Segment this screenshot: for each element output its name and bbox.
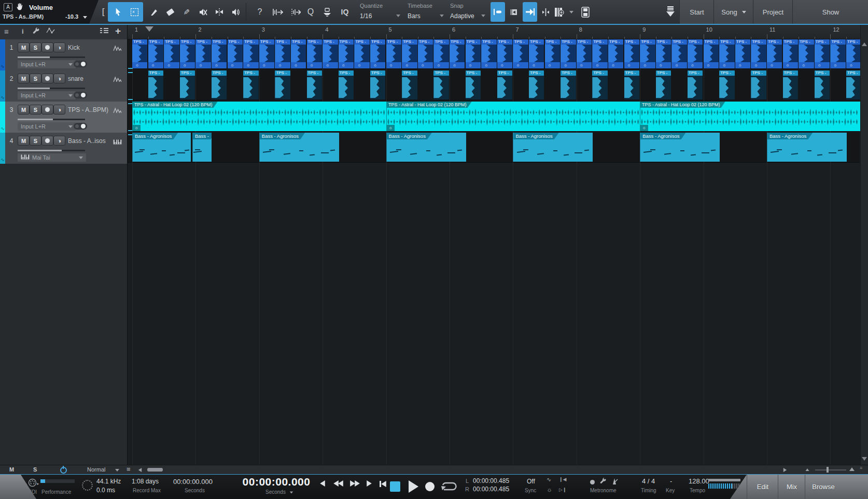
kick-clip[interactable]: TPS -☼ — [466, 39, 481, 68]
stop-button[interactable] — [390, 481, 400, 492]
clip-gear-icon[interactable]: ☼ — [500, 62, 504, 68]
clip-gear-icon[interactable]: ☼ — [532, 62, 536, 68]
global-solo-button[interactable]: S — [33, 466, 37, 473]
clip-gear-icon[interactable]: ☼ — [278, 62, 282, 68]
zoom-presets-icon[interactable]: ≡ — [860, 465, 862, 471]
input-select-dropdown[interactable]: Input L+R — [18, 122, 76, 131]
tempo-track-icon[interactable]: ∿ — [547, 476, 551, 483]
nudge-forward-button[interactable] — [367, 481, 371, 486]
clip-gear-icon[interactable]: ☼ — [548, 62, 552, 68]
track-name[interactable]: snare — [68, 75, 83, 82]
track-list-icon[interactable] — [100, 27, 109, 36]
secondary-time-value[interactable]: 00:00:00.000 — [173, 478, 213, 486]
clip-gear-icon[interactable]: ☼ — [310, 62, 314, 68]
add-track-button[interactable]: + — [115, 25, 121, 37]
bass-clip[interactable]: Bass - Agronisos — [640, 133, 720, 162]
kick-clip[interactable]: TPS -☼ — [275, 39, 290, 68]
zoom-in-h-icon[interactable] — [849, 467, 855, 471]
clip-gear-icon[interactable]: ☼ — [643, 62, 647, 68]
snare-clip[interactable]: TPS - — [529, 70, 544, 99]
timebase-group[interactable]: Timebase Bars — [408, 0, 446, 24]
secondary-time-label[interactable]: Seconds — [185, 488, 205, 493]
kick-clip[interactable]: TPS -☼ — [704, 39, 719, 68]
autopunch-icon[interactable]: ▷❙ — [559, 487, 566, 492]
arrow-tool-icon[interactable] — [110, 0, 125, 24]
kick-clip[interactable]: TPS -☼ — [339, 39, 354, 68]
clip-gear-icon[interactable]: ☼ — [802, 62, 805, 68]
snare-clip[interactable]: TPS - — [656, 70, 671, 99]
pencil-tool-icon[interactable]: ✎ — [179, 0, 193, 24]
snare-clip[interactable]: TPS - — [275, 70, 290, 99]
kick-clip[interactable]: TPS -☼ — [830, 39, 845, 68]
monitor-button[interactable]: ◑ — [53, 74, 65, 83]
wrench-icon[interactable] — [32, 27, 40, 37]
clip-gear-icon[interactable]: ☼ — [770, 62, 774, 68]
record-arm-button[interactable] — [41, 105, 53, 115]
automation-mode-value[interactable]: Normal — [87, 466, 105, 473]
bass-clip[interactable]: Bass - Agronisos — [513, 133, 593, 162]
mix-view-button[interactable]: Mix — [778, 475, 805, 499]
input-select-dropdown[interactable]: Input L+R — [18, 60, 76, 68]
clip-gear-icon[interactable]: ☼ — [326, 62, 329, 68]
nudge-back-button[interactable] — [320, 481, 325, 486]
quantize-value[interactable]: 1/16 — [360, 12, 372, 20]
song-dropdown-icon[interactable] — [742, 11, 746, 13]
kick-clip[interactable]: TPS -☼ — [433, 39, 449, 68]
dropdown-arrow-icon[interactable] — [68, 63, 73, 66]
browse-view-button[interactable]: Browse — [805, 475, 842, 499]
kick-clip[interactable]: TPS -☼ — [132, 39, 147, 68]
snare-clip[interactable]: TPS - — [370, 70, 385, 99]
kick-clip[interactable]: TPS -☼ — [592, 39, 607, 68]
monitor-button[interactable]: ◑ — [53, 136, 65, 146]
timebase-value[interactable]: Bars — [408, 12, 421, 20]
play-button[interactable] — [409, 480, 418, 493]
hscroll-left-icon[interactable] — [138, 468, 142, 472]
mute-button[interactable]: M — [18, 74, 30, 83]
kick-clip[interactable]: TPS -☼ — [783, 39, 798, 68]
bend-tool-icon[interactable] — [212, 0, 227, 24]
snare-clip[interactable]: TPS - — [148, 70, 163, 99]
playhead-marker[interactable] — [145, 26, 153, 32]
start-page-button[interactable]: Start — [679, 0, 714, 24]
snare-clip[interactable]: TPS - — [688, 70, 703, 99]
snare-clip[interactable]: TPS - — [339, 70, 354, 99]
solo-button[interactable]: S — [30, 42, 41, 52]
mute-button[interactable]: M — [18, 42, 30, 52]
show-page-button[interactable]: Show — [792, 0, 868, 24]
kick-clip[interactable]: TPS -☼ — [402, 39, 417, 68]
hand-tool-icon[interactable] — [16, 2, 24, 13]
hscroll-right-icon[interactable] — [783, 468, 787, 472]
main-time-dropdown-icon[interactable] — [290, 492, 293, 494]
monitor-toggle[interactable] — [74, 92, 87, 98]
quantize-dropdown-icon[interactable] — [396, 15, 400, 17]
clip-gear-icon[interactable]: ☼ — [469, 62, 472, 68]
main-time-unit[interactable]: Seconds — [265, 489, 286, 495]
clip-gear-icon[interactable]: ☼ — [421, 62, 425, 68]
kick-clip[interactable]: TPS -☼ — [577, 39, 592, 68]
inspector-icon[interactable]: i — [22, 27, 24, 35]
metronome-setup-icon[interactable] — [599, 478, 607, 487]
snare-clip[interactable]: TPS - — [783, 70, 798, 99]
tool-info-dropdown-icon[interactable] — [83, 16, 87, 19]
clip-gear-icon[interactable]: ☼ — [627, 62, 631, 68]
clip-gear-icon[interactable]: ☼ — [675, 62, 678, 68]
clip-gear-icon[interactable]: ☼ — [516, 62, 520, 68]
zoom-out-h-icon[interactable] — [806, 468, 809, 471]
auto-mode-icon[interactable]: A — [4, 3, 12, 11]
track-header[interactable]: ∿1MS◑KickInput L+R — [0, 39, 127, 71]
time-signature-value[interactable]: 4 / 4 — [642, 477, 655, 485]
kick-clip[interactable]: TPS -☼ — [259, 39, 274, 68]
solo-button[interactable]: S — [30, 105, 41, 115]
kick-clip[interactable]: TPS -☼ — [386, 39, 401, 68]
kick-clip[interactable]: TPS -☼ — [497, 39, 512, 68]
monitor-button[interactable]: ◑ — [53, 42, 65, 52]
kick-clip[interactable]: TPS -☼ — [354, 39, 369, 68]
kick-clip[interactable]: TPS -☼ — [195, 39, 211, 68]
kick-clip[interactable]: TPS -☼ — [529, 39, 544, 68]
kick-clip[interactable]: TPS -☼ — [243, 39, 258, 68]
hat-loop-clip[interactable]: TPS - Astral - Hat Loop 02 (120 BPM)☼ — [386, 102, 640, 131]
track-name[interactable]: Bass - A..isos — [68, 137, 106, 145]
film-strip-icon[interactable] — [578, 0, 593, 24]
global-mute-button[interactable]: M — [9, 466, 14, 473]
snare-clip[interactable]: TPS - — [846, 70, 861, 99]
